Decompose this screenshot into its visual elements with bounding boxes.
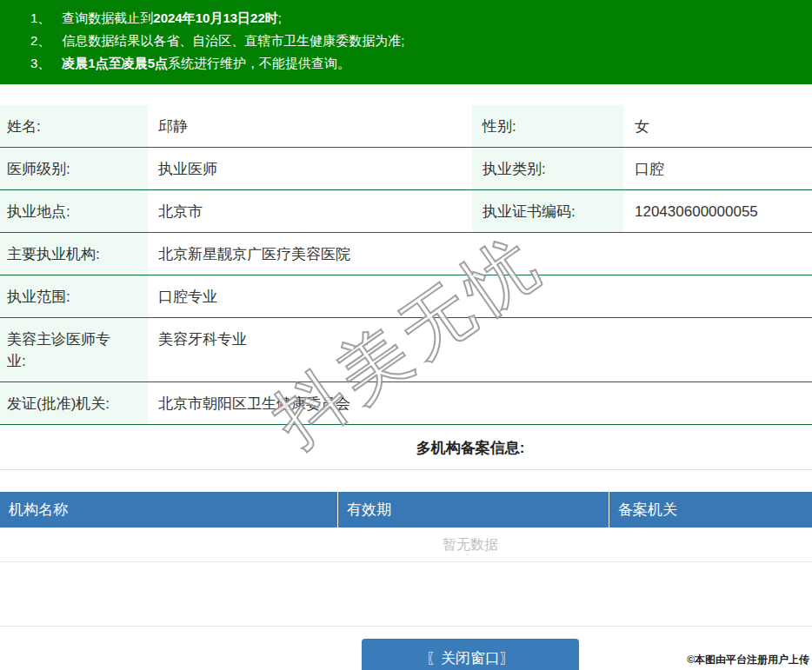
field-label-doctor-level: 医师级别: <box>0 148 148 190</box>
notice-text: ; <box>278 10 282 25</box>
field-value-gender: 女 <box>623 105 812 148</box>
field-value-certificate-code: 120430600000055 <box>623 190 812 233</box>
field-label-name: 姓名: <box>0 105 148 148</box>
divider <box>0 626 812 627</box>
column-header-filing-authority: 备案机关 <box>609 492 812 527</box>
empty-state-text: 暂无数据 <box>0 527 812 562</box>
page: 1、查询数据截止到2024年10月13日22时; 2、信息数据结果以各省、自治区… <box>0 0 812 670</box>
info-row: 执业地点: 北京市 执业证书编码: 120430600000055 <box>0 190 812 233</box>
registration-table-header: 机构名称 有效期 备案机关 <box>0 492 812 527</box>
info-row: 医师级别: 执业医师 执业类别: 口腔 <box>0 148 812 190</box>
field-value-main-institution: 北京新星靓京广医疗美容医院 <box>148 233 812 275</box>
notice-number: 3、 <box>30 52 50 75</box>
notice-number: 1、 <box>30 7 50 30</box>
divider <box>0 469 812 470</box>
notice-banner: 1、查询数据截止到2024年10月13日22时; 2、信息数据结果以各省、自治区… <box>0 0 812 84</box>
field-label-practice-scope: 执业范围: <box>0 275 148 318</box>
doctor-info-table: 姓名: 邱静 性别: 女 医师级别: 执业医师 执业类别: 口腔 执业地点: 北… <box>0 105 812 425</box>
notice-line: 3、凌晨1点至凌晨5点系统进行维护，不能提供查询。 <box>0 52 812 75</box>
info-row: 姓名: 邱静 性别: 女 <box>0 105 812 148</box>
registration-table: 机构名称 有效期 备案机关 暂无数据 <box>0 492 812 562</box>
column-header-validity-period: 有效期 <box>337 492 609 527</box>
notice-number: 2、 <box>30 30 50 52</box>
notice-text-bold: 2024年10月13日22时 <box>153 10 277 25</box>
info-row: 美容主诊医师专业: 美容牙科专业 <box>0 318 812 382</box>
close-window-button[interactable]: 〖关闭窗口〗 <box>362 639 579 670</box>
notice-text: 系统进行维护，不能提供查询。 <box>168 56 350 70</box>
field-label-issuing-authority: 发证(批准)机关: <box>0 382 148 425</box>
field-label-main-institution: 主要执业机构: <box>0 233 148 275</box>
multi-institution-section-title: 多机构备案信息: <box>0 438 812 458</box>
notice-text-bold: 凌晨1点至凌晨5点 <box>62 56 168 70</box>
info-row: 主要执业机构: 北京新星靓京广医疗美容医院 <box>0 233 812 275</box>
field-value-doctor-level: 执业医师 <box>148 148 472 190</box>
notice-text: 查询数据截止到 <box>62 10 153 25</box>
info-row: 执业范围: 口腔专业 <box>0 275 812 318</box>
field-label-cosmetic-specialty-text: 美容主诊医师专业: <box>7 328 120 372</box>
notice-line: 1、查询数据截止到2024年10月13日22时; <box>0 7 812 30</box>
field-label-practice-place: 执业地点: <box>0 190 148 233</box>
field-value-practice-place: 北京市 <box>148 190 472 233</box>
field-value-name: 邱静 <box>148 105 472 148</box>
field-label-practice-category: 执业类别: <box>472 148 623 190</box>
field-value-practice-category: 口腔 <box>623 148 812 190</box>
field-label-gender: 性别: <box>472 105 623 148</box>
field-label-cosmetic-specialty: 美容主诊医师专业: <box>0 318 148 382</box>
info-row: 发证(批准)机关: 北京市朝阳区卫生健康委员会 <box>0 382 812 425</box>
column-header-institution-name: 机构名称 <box>0 492 337 527</box>
field-value-practice-scope: 口腔专业 <box>148 275 812 318</box>
notice-line: 2、信息数据结果以各省、自治区、直辖市卫生健康委数据为准; <box>0 30 812 52</box>
field-label-certificate-code: 执业证书编码: <box>472 190 623 233</box>
field-value-issuing-authority: 北京市朝阳区卫生健康委员会 <box>148 382 812 425</box>
upload-credit-text: ©本图由平台注册用户上传 <box>687 653 809 667</box>
notice-text: 信息数据结果以各省、自治区、直辖市卫生健康委数据为准; <box>62 33 404 48</box>
field-value-cosmetic-specialty: 美容牙科专业 <box>148 318 812 382</box>
